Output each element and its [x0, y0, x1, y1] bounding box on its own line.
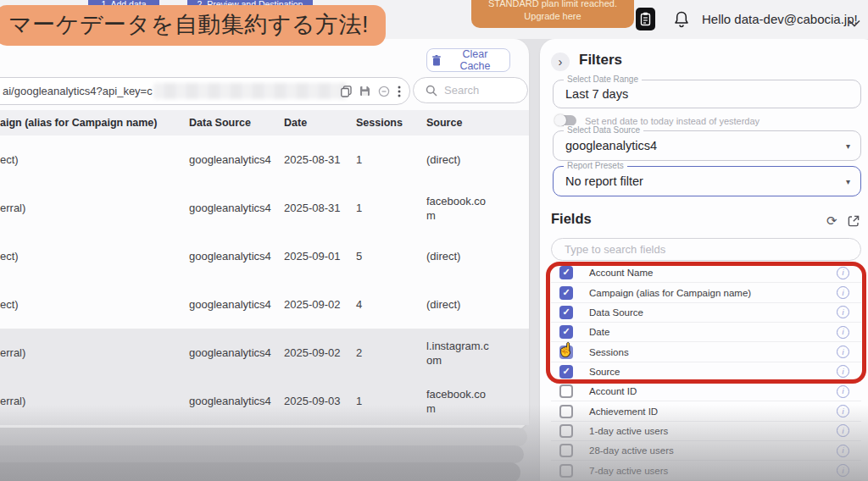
field-row: 1-day active users: [551, 422, 861, 441]
info-icon[interactable]: [837, 346, 849, 358]
table-row: erral) googleanalytics4 2025-08-31 1 fac…: [0, 184, 529, 232]
field-checkbox[interactable]: [559, 444, 573, 457]
save-icon[interactable]: [359, 86, 370, 97]
info-icon[interactable]: [837, 464, 849, 477]
field-checkbox[interactable]: [559, 286, 573, 300]
cell-campaign: ect): [0, 298, 189, 311]
field-label: Data Source: [589, 307, 643, 318]
cell-source-text: (direct): [426, 152, 491, 167]
field-label: Achievement ID: [589, 406, 658, 417]
field-checkbox[interactable]: [559, 266, 573, 279]
cell-source-text: facebook.com: [426, 194, 491, 223]
clear-cache-button[interactable]: Clear Cache: [426, 48, 510, 72]
open-in-new-icon[interactable]: [848, 215, 860, 230]
field-checkbox[interactable]: [559, 365, 573, 379]
cell-source: (direct): [426, 297, 529, 312]
kebab-menu-icon[interactable]: [398, 86, 401, 97]
account-greeting[interactable]: Hello data-dev@cabocia.jp!: [702, 12, 858, 26]
notifications-button[interactable]: [673, 10, 690, 32]
field-checkbox[interactable]: [559, 405, 573, 418]
cell-source: facebook.com: [426, 194, 529, 223]
cell-source: (direct): [426, 152, 529, 167]
column-source: Source: [426, 117, 462, 129]
data-source-select[interactable]: Select Data Source googleanalytics4: [553, 130, 861, 161]
field-row: Achievement ID: [551, 401, 861, 421]
report-presets-value: No report filter: [565, 174, 643, 188]
cell-data-source: googleanalytics4: [189, 249, 284, 263]
field-checkbox[interactable]: [559, 424, 573, 438]
field-row: Account ID: [551, 382, 861, 401]
cell-sessions: 1: [356, 395, 426, 407]
info-icon[interactable]: [837, 405, 849, 417]
mouse-cursor: [558, 342, 574, 357]
date-range-label: Select Date Range: [564, 75, 642, 84]
field-label: 7-day active users: [589, 466, 668, 476]
field-label: Account ID: [589, 386, 637, 396]
upgrade-plan-button[interactable]: STANDARD plan limit reached. Upgrade her…: [471, 0, 634, 28]
clipboard-button[interactable]: [636, 8, 655, 30]
field-row: Date: [551, 323, 861, 342]
info-icon[interactable]: [837, 365, 849, 378]
field-label: Date: [589, 327, 609, 337]
info-icon[interactable]: [837, 326, 849, 339]
info-icon[interactable]: [837, 306, 849, 318]
info-icon[interactable]: [837, 286, 849, 299]
faded-card-2: [0, 445, 524, 463]
field-row: 28-day active users: [551, 441, 861, 461]
cell-data-source: googleanalytics4: [189, 201, 284, 215]
cell-source: facebook.com: [426, 387, 529, 416]
field-row: Sessions: [551, 342, 861, 362]
field-label: Campaign (alias for Campaign name): [589, 288, 751, 298]
cell-date: 2025-08-31: [284, 202, 356, 214]
table-search-input[interactable]: Search: [413, 77, 528, 103]
copy-icon[interactable]: [341, 86, 352, 97]
account-menu-chevron-down-icon[interactable]: [849, 15, 860, 30]
field-checkbox[interactable]: [559, 306, 573, 319]
search-placeholder: Search: [444, 84, 479, 97]
api-url-value: ai/googleanalytics4?api_key=c: [3, 85, 153, 97]
caret-down-icon: [846, 141, 850, 151]
table-header: aign (alias for Campaign name) Data Sour…: [0, 110, 529, 135]
collapse-circle-icon[interactable]: [378, 86, 390, 97]
field-label: Source: [589, 367, 620, 377]
report-presets-select[interactable]: Report Presets No report filter: [553, 166, 861, 196]
api-url-input[interactable]: ai/googleanalytics4?api_key=c: [0, 77, 410, 105]
table-row: ect) googleanalytics4 2025-09-01 5 (dire…: [0, 232, 529, 280]
fields-search-input[interactable]: Type to search fields: [551, 238, 861, 261]
upgrade-here-text: Upgrade here: [476, 10, 629, 23]
column-data-source: Data Source: [189, 117, 251, 129]
data-source-value: googleanalytics4: [565, 139, 657, 152]
refresh-fields-icon[interactable]: [826, 213, 837, 229]
redacted-api-key: [153, 83, 347, 99]
cell-data-source-text: googleanalytics4: [189, 249, 276, 263]
field-label: Sessions: [589, 347, 629, 357]
date-range-select[interactable]: Select Date Range Last 7 days: [553, 80, 861, 108]
field-row: 7-day active users: [551, 461, 861, 480]
cell-data-source-text: googleanalytics4: [189, 346, 276, 360]
field-checkbox[interactable]: [559, 384, 573, 398]
field-checkbox[interactable]: [559, 325, 573, 339]
cell-date: 2025-09-03: [284, 395, 356, 407]
cell-source-text: (direct): [426, 249, 491, 263]
table-row: ect) googleanalytics4 2025-09-02 4 (dire…: [0, 280, 529, 329]
field-label: 28-day active users: [589, 445, 674, 456]
cell-data-source: googleanalytics4: [189, 346, 284, 360]
field-label: 1-day active users: [589, 426, 668, 436]
cell-campaign: erral): [0, 202, 189, 214]
cell-data-source: googleanalytics4: [189, 394, 284, 408]
collapse-panel-chevron-right-icon[interactable]: [551, 53, 570, 71]
info-icon[interactable]: [837, 267, 849, 279]
cell-data-source-text: googleanalytics4: [189, 201, 276, 215]
cell-source: (direct): [426, 249, 529, 263]
info-icon[interactable]: [837, 385, 849, 398]
cell-sessions: 4: [356, 298, 426, 311]
report-presets-label: Report Presets: [564, 161, 627, 170]
table-row: erral) googleanalytics4 2025-09-02 2 l.i…: [0, 329, 529, 377]
info-icon[interactable]: [837, 424, 849, 437]
end-date-toggle-label: Set end date to today instead of yesterd…: [585, 116, 760, 126]
table-row: erral) googleanalytics4 2025-09-03 1 fac…: [0, 377, 529, 425]
plan-limit-text: STANDARD plan limit reached.: [476, 0, 629, 10]
field-checkbox[interactable]: [559, 464, 573, 478]
field-label: Account Name: [589, 268, 653, 278]
info-icon[interactable]: [837, 445, 849, 457]
